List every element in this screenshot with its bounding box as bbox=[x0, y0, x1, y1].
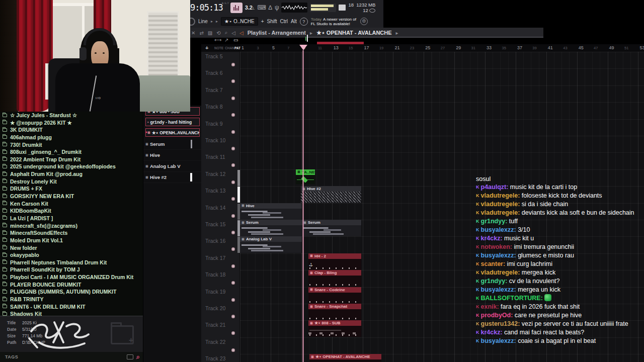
zoom-tool-icon[interactable]: ⌕ bbox=[225, 30, 228, 36]
browser-item[interactable]: New folder bbox=[0, 244, 143, 252]
playlist-clip[interactable]: ≣Serum bbox=[302, 220, 361, 236]
browser-item[interactable]: Playboi Carti - I AM MUSIC ORGANIZED Dru… bbox=[0, 274, 143, 281]
record-arm-dot[interactable] bbox=[231, 130, 235, 134]
update-notice[interactable]: TodayA newer version of FL Studio is ava… bbox=[311, 17, 357, 26]
chat-username[interactable]: busyalexzz: bbox=[481, 226, 516, 233]
playlist-clip[interactable]: ≣Snare - Snapchat bbox=[308, 304, 361, 320]
track-name[interactable]: Track 23 bbox=[205, 355, 225, 361]
track-name[interactable]: Track 10 bbox=[205, 137, 225, 143]
slip-tool-icon[interactable]: ⟷ bbox=[214, 37, 221, 43]
record-arm-dot[interactable] bbox=[231, 264, 235, 268]
track-name[interactable]: Track 21 bbox=[205, 322, 225, 328]
loop-tool-icon[interactable]: ⟲ bbox=[216, 30, 220, 36]
record-arm-dot[interactable] bbox=[231, 315, 235, 318]
arrangement-name[interactable]: ★⋆ OPENHAT - AVALANCHE bbox=[316, 30, 392, 36]
browser-item[interactable]: Moled Drum Kit Vol.1 bbox=[0, 237, 143, 244]
chat-username[interactable]: vladutregele: bbox=[481, 192, 520, 199]
pattern-picker-button[interactable] bbox=[230, 3, 243, 13]
browser-item[interactable]: MinecraftSoundEffects bbox=[0, 229, 143, 237]
browser-item[interactable]: Pharrell Neptunes Timbaland Drum Kit bbox=[0, 259, 143, 266]
playhead-marker[interactable] bbox=[299, 45, 307, 50]
hint-bubble-icon[interactable]: ? bbox=[300, 18, 308, 26]
browser-item[interactable]: SAINT6 - UK DRILL DRUM KIT bbox=[0, 303, 143, 311]
time-display[interactable]: 9:05:13B:S:T bbox=[190, 3, 228, 13]
add-folder-icon[interactable] bbox=[111, 325, 134, 344]
track-name[interactable]: Track 5 bbox=[205, 53, 223, 59]
chat-username[interactable]: gr1ndyy: bbox=[481, 218, 508, 225]
record-arm-dot[interactable] bbox=[231, 147, 235, 150]
playlist-clip[interactable]: ≣Serum bbox=[240, 220, 302, 236]
pattern-item[interactable]: •gr1ndy - hard hitting bbox=[145, 118, 200, 126]
bar-position-display[interactable]: 3.2L bbox=[245, 5, 255, 11]
breadcrumb[interactable]: Playlist - Arrangement bbox=[248, 30, 306, 36]
chat-username[interactable]: vladutregele: bbox=[481, 201, 520, 208]
chan-mode-label[interactable]: CHAN bbox=[225, 46, 234, 50]
record-arm-dot[interactable] bbox=[231, 348, 235, 352]
playlist-clip[interactable]: ≣Analog Lab V bbox=[240, 236, 302, 253]
typing-keyboard-icon[interactable]: ⌨ bbox=[257, 4, 266, 11]
track-name[interactable]: Track 20 bbox=[205, 305, 225, 311]
chat-username[interactable]: gr1ndyy: bbox=[481, 278, 508, 285]
track-name[interactable]: Track 22 bbox=[205, 339, 225, 345]
alt-key-button[interactable]: Alt bbox=[291, 19, 297, 24]
browser-item[interactable]: KIDBoomBapKit bbox=[0, 207, 143, 215]
browser-item[interactable]: R&B TRINITY bbox=[0, 296, 143, 303]
slide-tool-icon[interactable]: ↗ bbox=[224, 37, 228, 43]
ctrl-key-button[interactable]: Ctrl bbox=[280, 19, 288, 24]
browser-item[interactable]: GORSKIYY NEW ERA KIT bbox=[0, 193, 143, 200]
browser-item[interactable]: DRUMS + FX bbox=[0, 185, 143, 193]
playlist-clip[interactable]: ≣★⋆ OPENHAT - AVALANCHE bbox=[309, 354, 381, 362]
browser-item[interactable]: 3K DRUMKIT bbox=[0, 126, 143, 134]
panel-icon[interactable] bbox=[339, 5, 346, 11]
oscilloscope[interactable] bbox=[281, 3, 307, 13]
track-name[interactable]: Track 7 bbox=[205, 87, 223, 93]
track-name[interactable]: Track 17 bbox=[205, 255, 225, 261]
instrument-item[interactable]: ≣Hive #2 bbox=[143, 172, 201, 183]
playlist-clip[interactable]: ≣TA..NEW bbox=[296, 169, 315, 184]
browser-item[interactable]: 2025 underground kit @geekedoffopiodes bbox=[0, 163, 143, 170]
browser-item[interactable]: 2022 Ambient Trap Drum Kit bbox=[0, 156, 143, 163]
track-name[interactable]: Track 13 bbox=[205, 188, 225, 194]
chat-username[interactable]: busyalexzz: bbox=[481, 252, 516, 259]
playlist-clip[interactable]: ≣Clap - Bling bbox=[308, 270, 361, 287]
track-name[interactable]: Track 8 bbox=[205, 104, 223, 110]
record-arm-dot[interactable] bbox=[231, 63, 235, 66]
pattern-selector-box[interactable]: ★⋆ O..NCHE bbox=[221, 17, 258, 26]
instrument-item[interactable]: ≣Serum bbox=[143, 139, 201, 150]
globe-icon[interactable]: ⊕ bbox=[360, 18, 368, 25]
track-name[interactable]: Track 11 bbox=[205, 154, 225, 160]
track-name[interactable]: Track 19 bbox=[205, 289, 225, 295]
wait-for-input-icon[interactable]: ψ bbox=[275, 4, 279, 11]
snap-selector[interactable]: Line bbox=[198, 19, 208, 24]
track-name[interactable]: Track 14 bbox=[205, 205, 225, 211]
chat-username[interactable]: p4aulqzt: bbox=[481, 184, 509, 191]
browser-item[interactable]: Pharrell SoundKit by TOM J bbox=[0, 266, 143, 274]
browser-item[interactable]: ★ @xopurpp 2026 KIT ★ bbox=[0, 119, 143, 127]
browser-item[interactable]: La Uzi [ ARDIST ] bbox=[0, 215, 143, 222]
record-arm-dot[interactable] bbox=[231, 214, 235, 218]
chat-username[interactable]: prodbyOd: bbox=[481, 312, 513, 319]
chat-username[interactable]: kr4ckz: bbox=[481, 329, 503, 336]
piano-view-icon[interactable]: ▭ bbox=[233, 37, 238, 43]
pattern-item[interactable]: ▸≣★⋆ OPENH..AVALANCHE bbox=[145, 128, 200, 137]
playlist-clip[interactable]: ≣★⋆ 808 - SUB bbox=[308, 320, 361, 337]
add-track-button[interactable]: + bbox=[205, 45, 208, 51]
browser-item[interactable]: 730! Drumkit bbox=[0, 141, 143, 149]
browser-item[interactable]: Asphalt Drum Kit @prod.aug bbox=[0, 170, 143, 178]
track-name[interactable]: Track 9 bbox=[205, 121, 223, 127]
browser-item[interactable]: minecraft_sfx(@zacgrams) bbox=[0, 222, 143, 230]
pat-mode-label[interactable]: PAT bbox=[234, 46, 240, 50]
record-arm-dot[interactable] bbox=[231, 331, 235, 335]
browser-item[interactable]: PLAYER BOUNCE DRUMKIT bbox=[0, 281, 143, 289]
chat-username[interactable]: BALLSOFTORTURE: bbox=[481, 295, 543, 302]
record-arm-dot[interactable] bbox=[231, 113, 235, 117]
play-chevron-icon[interactable]: ▸ bbox=[216, 19, 218, 24]
browser-item[interactable]: okayypablo bbox=[0, 251, 143, 259]
chat-username[interactable]: scanter: bbox=[481, 260, 506, 267]
chat-username[interactable]: vladutregele: bbox=[481, 269, 520, 276]
instrument-item[interactable]: ≣Analog Lab V bbox=[143, 161, 201, 172]
add-pattern-button[interactable]: + bbox=[261, 19, 264, 24]
record-arm-dot[interactable] bbox=[231, 163, 235, 167]
chat-username[interactable]: kr4ckz: bbox=[481, 235, 503, 242]
instrument-item[interactable]: ≣Hive bbox=[143, 150, 201, 161]
